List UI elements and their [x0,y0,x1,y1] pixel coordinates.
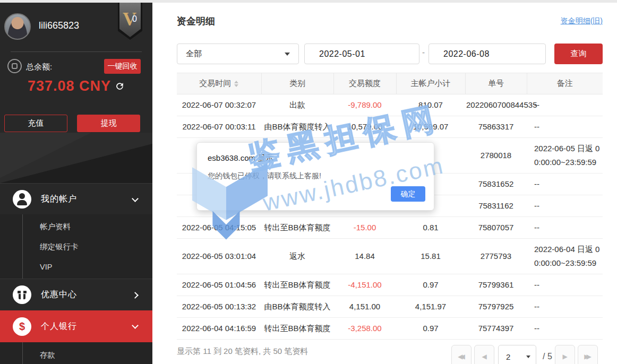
dialog-message: 您的钱包已停权，请联系线上客服! [208,171,321,181]
pagination-prev-button[interactable]: ◀ [474,345,494,364]
caret-down-icon [526,356,530,358]
cell-order-no: 2775793 [465,239,527,274]
cell-remark: -- [527,318,603,340]
sidebar-item-deposit[interactable]: 存款 [0,345,152,364]
avatar[interactable] [4,13,31,40]
chevron-down-icon [132,195,139,202]
table-row: 2022-06-04 04:16:59转出至BB体育额度-3,258.000.9… [177,318,603,340]
sidebar-item-personal-bank[interactable]: $ 个人银行 [0,310,152,342]
pagination-first-button[interactable]: ◀◀ [451,345,472,364]
chevron-down-icon [132,322,139,329]
cell-category: 返水 [261,239,333,274]
cell-order-no: 75799361 [465,274,527,296]
cell-category: 转出至BB体育额度 [261,217,333,239]
cell-time: 2022-06-07 00:32:07 [177,94,261,116]
cell-subtotal: 0.81 [396,217,465,239]
my-account-submenu: 帐户资料 绑定银行卡 VIP [0,214,152,279]
pagination-last-button[interactable]: ▶▶ [578,345,598,364]
cell-category: 出款 [261,94,333,116]
sidebar-item-account-info[interactable]: 帐户资料 [0,216,152,237]
cell-time: 2022-06-05 00:13:32 [177,296,261,318]
column-header-remark: 备注 [527,73,603,94]
type-filter-select[interactable]: 全部 [177,44,299,64]
cell-amount: -9,789.00 [333,94,396,116]
deposit-button[interactable]: 充值 [4,115,67,132]
browser-alert-dialog: esb3638.com 显示 您的钱包已停权，请联系线上客服! 确定 [196,142,434,211]
cell-time: 2022-06-05 03:01:04 [177,239,261,274]
cell-subtotal: 4,151.97 [396,296,465,318]
column-header-amount: 交易额度 [333,73,396,94]
table-header-row: 交易时间 类别 交易额度 主帐户小计 单号 备注 [177,73,603,94]
cell-remark: -- [527,174,603,195]
sidebar-decoration [0,133,152,183]
table-body: 2022-06-07 00:32:07出款-9,789.00810.072022… [177,94,603,340]
gift-icon [13,285,31,304]
cell-remark: -- [527,217,603,239]
cell-order-no: 75774397 [465,318,527,340]
one-key-recycle-button[interactable]: 一键回收 [104,59,141,74]
dialog-title: esb3638.com 显示 [208,153,273,163]
cell-order-no: 2780018 [465,138,527,174]
next-page-icon: ▶ [562,353,567,360]
search-button[interactable]: 查询 [554,44,603,64]
cell-subtotal: 10,599.07 [396,116,465,138]
column-header-subtotal: 主帐户小计 [396,73,465,94]
cell-order-no: 75807057 [465,217,527,239]
total-balance-label: 总余额: [26,62,52,72]
prev-page-icon: ◀ [482,353,486,360]
refresh-icon[interactable] [115,81,125,91]
vip-level-badge: V 0 [118,3,142,40]
date-to-input[interactable]: 2022-06-08 [429,44,546,64]
cell-subtotal: 0.97 [396,318,465,340]
table-row: 2022-06-05 01:04:56转出至BB体育额度-4,151.000.9… [177,274,603,296]
table-row: 2022-06-07 00:03:11由BB体育额度转入10,579.0010,… [177,116,603,138]
user-icon [13,190,31,209]
date-from-input[interactable]: 2022-05-01 [304,44,419,64]
chevron-right-icon [132,292,139,299]
page-select[interactable]: 2 [498,345,536,364]
withdraw-button[interactable]: 提现 [77,115,140,132]
cell-time: 2022-06-05 04:15:05 [177,217,261,239]
sidebar-item-promo-center[interactable]: 优惠中心 [0,279,152,310]
results-summary: 显示第 11 到 20 笔资料, 共 50 笔资料 [177,346,308,357]
table-row: 2022-06-07 00:32:07出款-9,789.00810.072022… [177,94,603,116]
cell-category: 由BB体育额度转入 [261,116,333,138]
page-select-value: 2 [506,352,510,361]
column-header-time[interactable]: 交易时间 [177,73,261,94]
sidebar-item-label: 我的帐户 [41,194,77,205]
cell-amount: -4,151.00 [333,274,396,296]
sort-icon [234,81,238,87]
cell-order-no: 2022060700844535 [465,94,527,116]
wallet-icon [7,59,22,73]
column-header-category: 类别 [261,73,333,94]
pagination-next-button[interactable]: ▶ [555,345,575,364]
sidebar: lili665823 V 0 总余额: 一键回收 737.08 CNY 充值 提… [0,0,152,364]
cell-amount: 14.84 [333,239,396,274]
cell-order-no: 75831162 [465,195,527,217]
fund-details-old-link[interactable]: 资金明细(旧) [561,16,603,26]
cell-time: 2022-06-07 00:03:11 [177,116,261,138]
cell-subtotal: 810.07 [396,94,465,116]
cell-remark: -- [527,274,603,296]
sidebar-item-vip[interactable]: VIP [0,257,152,277]
balance-amount: 737.08 CNY [28,78,111,94]
cell-time: 2022-06-05 01:04:56 [177,274,261,296]
cell-time: 2022-06-04 04:16:59 [177,318,261,340]
page-title: 资金明细 [177,15,215,28]
cell-amount: -3,258.00 [333,318,396,340]
page-total: / 5 [543,352,552,361]
cell-remark: -- [527,195,603,217]
cell-subtotal: 0.97 [396,274,465,296]
cell-amount: 10,579.00 [333,116,396,138]
table-row: 2022-06-05 03:01:04返水14.8415.81277579320… [177,239,603,274]
dialog-confirm-button[interactable]: 确定 [391,186,425,202]
sidebar-item-my-account[interactable]: 我的帐户 [0,183,152,214]
cell-amount: -15.00 [333,217,396,239]
sidebar-item-bind-bank-card[interactable]: 绑定银行卡 [0,237,152,257]
cell-order-no: 75797925 [465,296,527,318]
cell-remark: 2022-06-04 日返 0 0:00:00~23:59:59 [527,239,603,274]
cell-category: 转出至BB体育额度 [261,318,333,340]
username: lili665823 [39,20,79,31]
sidebar-item-label: 优惠中心 [41,289,77,300]
cell-amount: 4,151.00 [333,296,396,318]
